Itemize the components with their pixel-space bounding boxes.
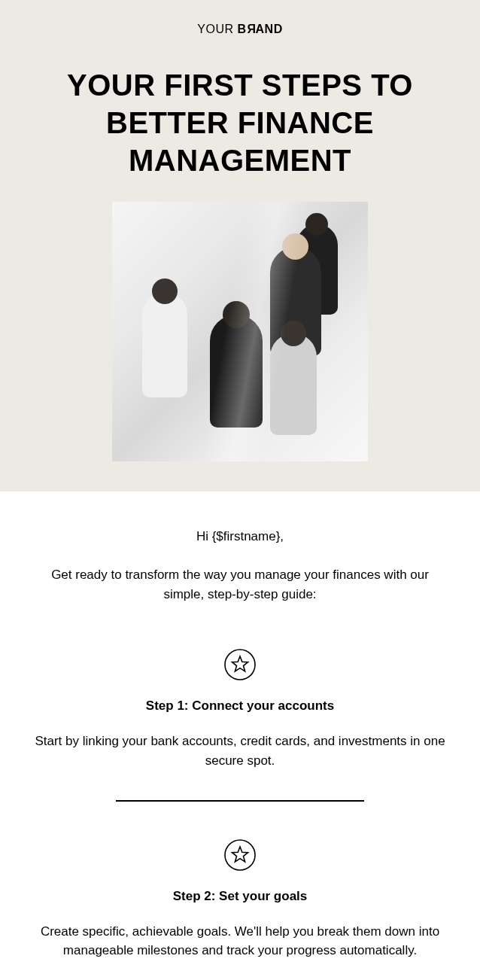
brand-text-1: YOUR	[197, 23, 237, 35]
step-2-title: Step 2: Set your goals	[30, 889, 450, 904]
step-1-title: Step 1: Connect your accounts	[30, 698, 450, 714]
brand-text-3: AND	[256, 23, 283, 35]
hero-section: YOUR BRAND YOUR FIRST STEPS TO BETTER FI…	[0, 0, 480, 492]
intro-text: Get ready to transform the way you manag…	[30, 565, 450, 604]
step-2-body: Create specific, achievable goals. We'll…	[30, 922, 450, 960]
hero-image	[112, 202, 368, 461]
svg-point-0	[225, 650, 255, 680]
brand-logo: YOUR BRAND	[23, 23, 457, 36]
svg-point-1	[225, 840, 255, 870]
brand-text-flip: R	[247, 23, 256, 36]
content-section: Hi {$firstname}, Get ready to transform …	[0, 492, 480, 980]
brand-text-2: B	[237, 23, 246, 35]
step-1-body: Start by linking your bank accounts, cre…	[30, 732, 450, 770]
star-icon	[224, 649, 256, 680]
greeting-text: Hi {$firstname},	[30, 529, 450, 544]
step-1: Step 1: Connect your accounts Start by l…	[30, 649, 450, 770]
step-2: Step 2: Set your goals Create specific, …	[30, 839, 450, 960]
star-icon	[224, 839, 256, 871]
page-headline: YOUR FIRST STEPS TO BETTER FINANCE MANAG…	[23, 66, 457, 179]
divider	[116, 800, 364, 802]
